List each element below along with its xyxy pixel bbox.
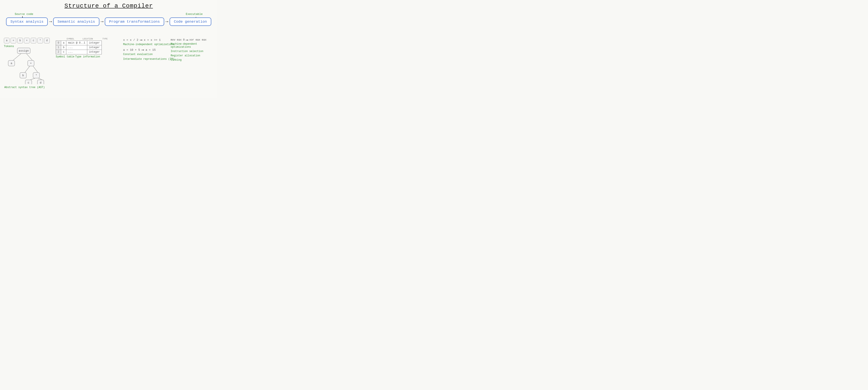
semantic-analysis-box: Semantic analysis (53, 18, 99, 26)
token-c: c (31, 38, 36, 43)
header-location: LOCATION (79, 38, 96, 40)
row-symbol-2: c (61, 50, 66, 54)
pipeline: Syntax analysis → Semantic analysis → Pr… (0, 18, 217, 26)
svg-line-13 (33, 66, 38, 72)
table-row: 2 c ... integer (56, 50, 102, 54)
const-eval-line: a = 10 + 5 ⟶ a = 15 (123, 48, 175, 52)
arrow-1: → (49, 19, 52, 24)
arrow-2: → (101, 19, 103, 24)
symtable-section: SYMBOL LOCATION TYPE 0 a main @ 0..1 int… (56, 38, 114, 58)
const-eval-arrow: ⟶ (142, 48, 144, 52)
source-code-label: Source code (15, 12, 33, 16)
md-opt-left: mov eax 0 (170, 38, 185, 41)
token-plus: + (24, 38, 30, 43)
table-row: 0 a main @ 0..1 integer (56, 41, 102, 45)
mi-opt-right: x = x >> 1 (144, 38, 161, 42)
svg-text:d: d (40, 81, 41, 84)
row-symbol-1: b (61, 45, 66, 50)
token-eq: = (10, 38, 16, 43)
arrow-3: → (165, 19, 168, 24)
token-d: d (44, 38, 50, 43)
header-type: TYPE (96, 38, 114, 40)
row-location-0: main @ 0..1 (66, 41, 87, 45)
row-idx-1: 1 (56, 45, 61, 50)
svg-line-12 (25, 66, 30, 72)
exec-label: Executable (186, 12, 203, 16)
const-eval-label: Constant evaluation (123, 53, 175, 56)
md-opt-line: mov eax 0 ⟶ xor eax eax (170, 38, 217, 42)
row-idx-2: 2 (56, 50, 61, 54)
code-generation-box: Code generation (169, 18, 211, 26)
md-opt-arrow: ⟶ (186, 38, 188, 42)
syntax-analysis-box: Syntax analysis (6, 18, 48, 26)
page: Structure of a Compiler Source code Exec… (0, 0, 217, 98)
row-type-1: integer (87, 45, 101, 50)
mi-opt-line: x = x / 2 ⟶ x = x >> 1 (123, 38, 175, 42)
codegen-section: mov eax 0 ⟶ xor eax eax Machine-dependen… (170, 38, 217, 63)
const-eval-right: a = 15 (146, 48, 156, 52)
row-location-2: ... (66, 50, 87, 54)
linking-label: Linking (170, 59, 217, 62)
symtable-headers: SYMBOL LOCATION TYPE (56, 38, 114, 40)
mi-opt-label: Machine-independent optimizations (123, 43, 175, 46)
svg-text:+: + (30, 62, 32, 65)
token-star: * (37, 38, 43, 43)
token-b: b (17, 38, 23, 43)
const-eval-left: a = 10 + 5 (123, 48, 140, 52)
symbol-table: 0 a main @ 0..1 integer 1 b ... integer … (56, 40, 102, 54)
ast-label: Abstract syntax tree (AST) (4, 86, 48, 89)
md-opt-right: xor eax eax (189, 38, 206, 41)
prog-trans-section: x = x / 2 ⟶ x = x >> 1 Machine-independe… (123, 38, 175, 62)
reg-alloc-label: Register allocation (170, 54, 217, 57)
row-type-2: integer (87, 50, 101, 54)
symtable-label: Symbol table (56, 55, 75, 58)
symtable-labels: Symbol table Type information (56, 55, 114, 58)
svg-line-19 (38, 78, 42, 80)
token-a: a (4, 38, 9, 43)
md-opt-label: Machine-dependent optimizations (170, 42, 217, 48)
tokens-section: a = b + c * d Tokens (4, 38, 50, 48)
svg-text:b: b (22, 74, 24, 77)
row-symbol-0: a (61, 41, 66, 45)
type-info-label: Type information (75, 55, 100, 58)
ast-diagram: assign a + b * c (4, 47, 48, 84)
table-row: 1 b ... integer (56, 45, 102, 50)
ast-section: assign a + b * c (4, 47, 48, 89)
svg-text:assign: assign (19, 49, 29, 53)
svg-text:*: * (35, 74, 37, 77)
row-location-1: ... (66, 45, 87, 50)
row-idx-0: 0 (56, 41, 61, 45)
svg-text:c: c (28, 81, 29, 84)
instr-sel-label: Instruction selection (170, 50, 217, 53)
ir-label: Intermediate representations (IR) (123, 58, 175, 61)
token-row: a = b + c * d (4, 38, 50, 43)
header-symbol: SYMBOL (62, 38, 79, 40)
svg-text:a: a (10, 62, 12, 65)
mi-opt-left: x = x / 2 (123, 38, 138, 42)
svg-line-7 (26, 54, 32, 60)
svg-line-6 (13, 54, 21, 60)
mi-opt-arrow: ⟶ (140, 38, 142, 42)
program-transformations-box: Program transformations (105, 18, 164, 26)
page-title: Structure of a Compiler (0, 0, 217, 9)
row-type-0: integer (87, 41, 101, 45)
svg-line-18 (30, 78, 35, 80)
